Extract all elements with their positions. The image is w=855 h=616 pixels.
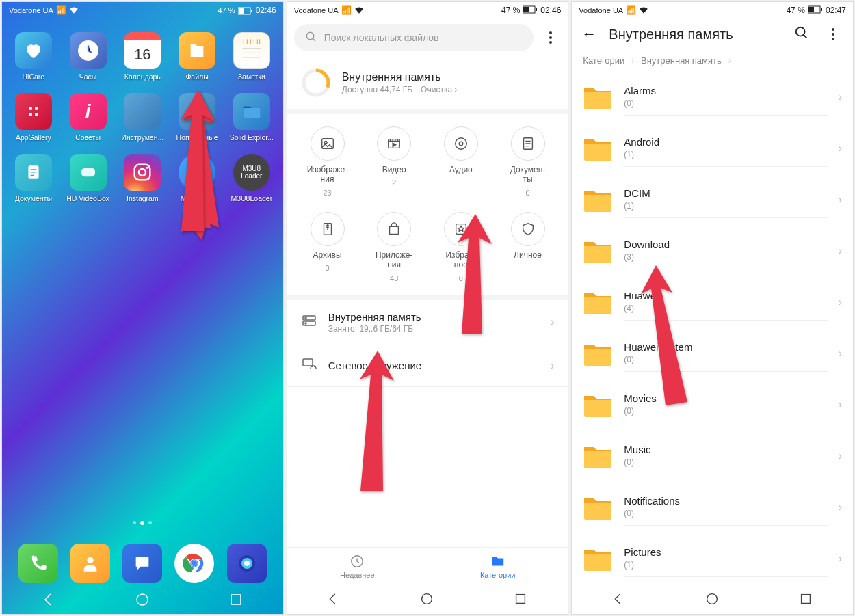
- chevron-right-icon: ›: [728, 57, 731, 65]
- nav-recent[interactable]: [228, 591, 244, 608]
- chevron-right-icon: ›: [839, 91, 842, 103]
- carrier-label: Vodafone UA: [579, 6, 623, 14]
- app-notes[interactable]: Заметки: [227, 32, 276, 81]
- svg-rect-4: [25, 103, 42, 120]
- app-calendar[interactable]: вторник16Календарь: [118, 32, 167, 81]
- dock-chrome[interactable]: [174, 544, 214, 583]
- folder-row[interactable]: HuaweiSystem(0)›: [572, 327, 853, 379]
- folder-row[interactable]: Pictures(1)›: [572, 533, 853, 584]
- wifi-icon: [354, 5, 364, 16]
- svg-rect-24: [536, 8, 537, 11]
- folder-name: Music: [624, 444, 827, 455]
- category-archives[interactable]: Архивы0: [294, 212, 361, 282]
- folder-row[interactable]: Movies(0)›: [572, 379, 853, 430]
- bottom-tabs: Недавнее Категории: [287, 547, 568, 585]
- folder-name: Alarms: [624, 85, 827, 96]
- crumb-categories[interactable]: Категории: [583, 55, 624, 66]
- svg-rect-2: [251, 10, 252, 12]
- chevron-right-icon: ›: [839, 552, 842, 565]
- svg-point-25: [306, 32, 314, 40]
- nav-recent[interactable]: [513, 591, 529, 608]
- svg-point-9: [146, 167, 148, 169]
- wifi-icon: [69, 5, 79, 16]
- internal-storage-item[interactable]: Внутренняя памятьЗанято: 19,.6 ГБ/64 ГБ …: [287, 300, 568, 345]
- storage-ring-icon: [301, 68, 331, 98]
- folder-name: Download: [624, 239, 827, 250]
- category-images[interactable]: Изображе- ния23: [294, 126, 361, 197]
- folder-name: Pictures: [624, 546, 827, 558]
- app-documents[interactable]: Документы: [9, 154, 58, 202]
- svg-rect-19: [231, 595, 241, 604]
- svg-rect-43: [516, 595, 525, 604]
- category-apps[interactable]: Приложе- ния43: [360, 212, 428, 282]
- app-tools[interactable]: Инструмен...: [118, 93, 167, 142]
- nav-home[interactable]: [705, 591, 721, 608]
- app-instagram[interactable]: Instagram: [118, 154, 167, 202]
- clock-label: 02:46: [540, 5, 561, 15]
- app-mx-player[interactable]: MX Player: [172, 154, 222, 202]
- folder-count: (0): [624, 355, 827, 364]
- nav-back[interactable]: [611, 591, 627, 608]
- nav-home[interactable]: [419, 591, 436, 608]
- dock-messages[interactable]: [122, 544, 162, 583]
- dock-phone[interactable]: [18, 544, 58, 583]
- folder-row[interactable]: Notifications(0)›: [572, 481, 853, 533]
- network-item[interactable]: Сетевое окружение ›: [287, 345, 568, 387]
- battery-percent: 47 %: [787, 5, 805, 15]
- svg-rect-6: [81, 168, 95, 177]
- crumb-internal[interactable]: Внутренняя память: [641, 55, 722, 66]
- category-personal[interactable]: Личное: [495, 212, 562, 282]
- carrier-label: Vodafone UA: [9, 6, 53, 14]
- chevron-right-icon: ›: [839, 142, 842, 155]
- folder-icon: [583, 187, 613, 213]
- dock-contacts[interactable]: [70, 544, 110, 583]
- search-icon[interactable]: [794, 25, 809, 43]
- tab-recent[interactable]: Недавнее: [287, 548, 428, 585]
- folder-row[interactable]: Download(3)›: [572, 225, 853, 276]
- cleanup-link[interactable]: Очистка ›: [421, 85, 457, 94]
- folder-count: (4): [624, 304, 827, 313]
- app-tips[interactable]: iСоветы: [64, 93, 113, 142]
- category-favorites[interactable]: Избран- ное0: [428, 212, 495, 282]
- category-audio[interactable]: Аудио: [428, 126, 495, 197]
- back-button[interactable]: ←: [581, 25, 596, 43]
- nav-recent[interactable]: [798, 591, 815, 608]
- signal-icon: 📶: [626, 5, 636, 15]
- folder-row[interactable]: Alarms(0)›: [572, 71, 853, 122]
- more-button[interactable]: [823, 28, 843, 40]
- svg-rect-23: [523, 7, 529, 12]
- nav-back[interactable]: [326, 591, 342, 608]
- search-input[interactable]: Поиск локальных файлов: [294, 24, 534, 51]
- folder-count: (1): [624, 201, 827, 211]
- nav-back[interactable]: [40, 591, 57, 608]
- tab-categories[interactable]: Категории: [428, 548, 568, 585]
- status-bar: Vodafone UA 📶 47 % 02:46: [2, 2, 283, 18]
- app-solid-explorer[interactable]: Solid Explor...: [227, 93, 276, 142]
- nav-home[interactable]: [134, 591, 150, 608]
- app-hicare[interactable]: HiCare: [9, 32, 58, 81]
- app-hd-videobox[interactable]: HD VideoBox: [64, 154, 113, 202]
- app-files[interactable]: Файлы: [172, 32, 222, 81]
- app-clock[interactable]: Часы: [64, 32, 113, 81]
- app-popular[interactable]: Популярные: [172, 93, 222, 142]
- carrier-label: Vodafone UA: [294, 6, 339, 14]
- nav-bar: [287, 585, 568, 614]
- folder-icon: [583, 443, 613, 469]
- app-appgallery[interactable]: AppGallery: [9, 93, 58, 142]
- storage-summary[interactable]: Внутренняя память Доступно 44,74 ГБОчист…: [287, 57, 568, 109]
- folder-row[interactable]: DCIM(1)›: [572, 174, 853, 225]
- svg-point-39: [305, 323, 306, 324]
- folder-row[interactable]: Android(1)›: [572, 122, 853, 174]
- app-m3u8loader[interactable]: M3U8LoaderM3U8Loader: [227, 154, 276, 202]
- folder-icon: [583, 546, 613, 572]
- folder-row[interactable]: Music(0)›: [572, 430, 853, 481]
- folder-row[interactable]: Huawe(4)›: [572, 276, 853, 327]
- folder-name: Movies: [624, 392, 827, 404]
- more-button[interactable]: [540, 31, 561, 44]
- chevron-right-icon: ›: [631, 57, 634, 65]
- dock-camera[interactable]: [227, 544, 267, 583]
- battery-percent: 47 %: [218, 6, 235, 14]
- category-documents[interactable]: Докумен- ты0: [495, 126, 562, 197]
- category-video[interactable]: Видео2: [360, 126, 428, 197]
- svg-point-14: [192, 561, 197, 566]
